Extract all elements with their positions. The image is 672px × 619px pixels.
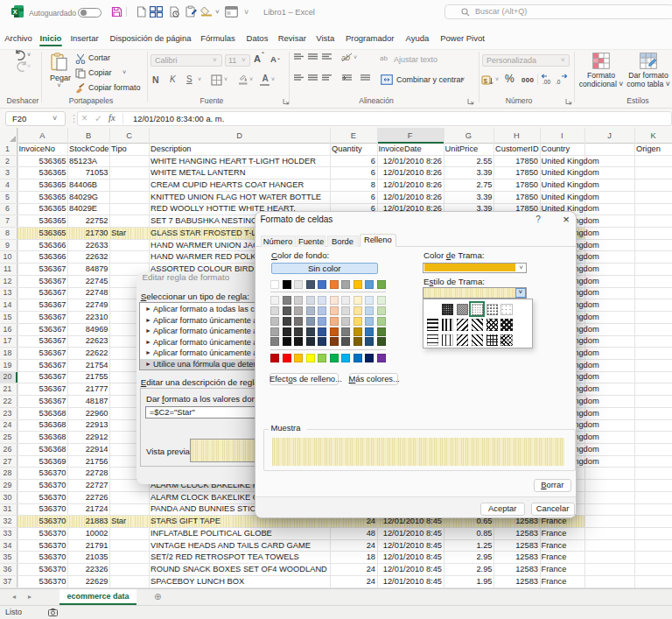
svg-text:X: X	[13, 9, 18, 15]
svg-text:$: $	[484, 77, 488, 85]
svg-text:.00: .00	[542, 79, 550, 85]
svg-text:.0: .0	[556, 79, 561, 85]
